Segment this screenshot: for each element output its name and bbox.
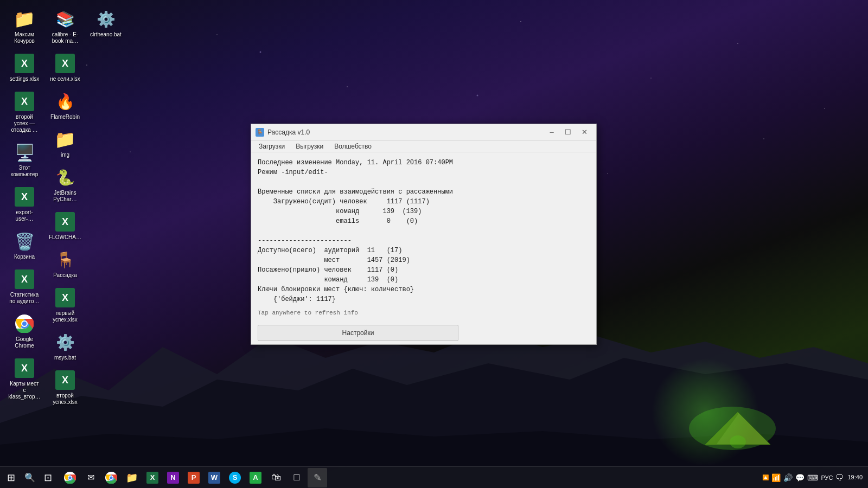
loaded-people: Загружено(сидит) человек 1117 (1117) <box>258 198 430 206</box>
desktop-icon-label: Карты мест с klass_втор… <box>8 381 41 400</box>
desktop-icon-computer[interactable]: 🖥️ Этот компьютер <box>5 139 43 181</box>
desktop-icon-vtoroy[interactable]: X второй успех — отсадка … <box>5 88 43 136</box>
flamerobin-icon: 🔥 <box>54 91 76 112</box>
desktop-icon-label: Статистика по аудито… <box>8 292 41 305</box>
desktop-icon-makism[interactable]: 📁 Максим Кочуров <box>5 5 43 47</box>
maximize-button[interactable]: ☐ <box>560 126 576 138</box>
desktop-icon-msys[interactable]: ⚙️ msys.bat <box>46 329 84 364</box>
loaded-teams: команд 139 (139) <box>258 208 422 215</box>
volume-icon[interactable]: 🔊 <box>783 473 793 482</box>
jetbrains-icon: 🐍 <box>54 166 76 188</box>
taskbar-word-icon[interactable]: W <box>205 468 224 487</box>
svg-marker-0 <box>0 331 868 466</box>
taskbar-chrome-icon[interactable] <box>60 468 80 487</box>
temp-lists-header: Временные списки для взаимодействия с ра… <box>258 188 453 196</box>
taskbar-green-icon[interactable]: A <box>246 468 265 487</box>
desktop-icon-settings-xlsx[interactable]: X settings.xlsx <box>5 50 43 85</box>
menu-zagruzki[interactable]: Загрузки <box>253 142 290 151</box>
taskbar-onenote-icon[interactable]: N <box>163 468 183 487</box>
desktop-icon-flamerobin[interactable]: 🔥 FlameRobin <box>46 88 84 123</box>
window-menubar: Загрузки Выгрузки Волшебство <box>251 140 596 152</box>
available-auditories: Доступно(всего) аудиторий 11 (17) <box>258 247 402 254</box>
desktop-icon-vtoroy2[interactable]: X второй успех.xlsx <box>46 367 84 408</box>
desktop-icon-calibre[interactable]: 📚 calibre - E-book ma… <box>46 5 84 47</box>
desktop-icon-export[interactable]: X export-user-… <box>5 183 43 225</box>
available-seats: мест 1457 (2019) <box>258 256 410 264</box>
taskbar-script-icon[interactable]: ✎ <box>308 468 327 487</box>
svg-point-3 <box>689 407 776 450</box>
svg-marker-2 <box>0 428 868 466</box>
time-display: 19:40 <box>847 473 863 481</box>
desktop-icon-jetbrains[interactable]: 🐍 JetBrains PyChar… <box>46 164 84 206</box>
desktop-icon-label: не сели.xlsx <box>50 76 80 82</box>
excel-icon: X <box>54 211 76 233</box>
taskbar-apps-icon[interactable]: □ <box>287 468 307 487</box>
desktop-icon-label: msys.bat <box>54 355 76 361</box>
desktop-icon-label: первый успех.xlsx <box>49 310 81 323</box>
tent-glow <box>651 358 760 466</box>
excel-icon: X <box>54 53 76 74</box>
desktop-icon-img[interactable]: 📁 img <box>46 126 84 161</box>
calibre-icon: 📚 <box>54 8 76 30</box>
close-button[interactable]: ✕ <box>577 126 592 138</box>
bat-icon: ⚙️ <box>54 331 76 353</box>
desktop-icon-label: Максим Кочуров <box>8 31 41 44</box>
taskbar-excel-icon[interactable]: X <box>143 468 162 487</box>
menu-vygruzki[interactable]: Выгрузки <box>290 142 329 151</box>
desktop-icon-label: Google Chrome <box>8 336 41 349</box>
taskbar-store-icon[interactable]: 🛍 <box>266 468 286 487</box>
wechat-icon[interactable]: 💬 <box>795 473 805 482</box>
excel-icon: X <box>54 287 76 309</box>
excel-icon: X <box>14 91 35 112</box>
minimize-button[interactable]: – <box>544 126 559 138</box>
search-button[interactable]: 🔍 <box>22 467 38 489</box>
excel-icon: X <box>14 357 35 379</box>
svg-marker-4 <box>705 412 770 445</box>
desktop-icon-chrome[interactable]: Google Chrome <box>5 310 43 352</box>
window-titlebar: 🪑 Рассадка v1.0 – ☐ ✕ <box>251 124 596 140</box>
taskbar-mail-icon[interactable]: ✉ <box>81 468 100 487</box>
language-indicator[interactable]: РУС <box>821 474 833 481</box>
bat-icon: ⚙️ <box>95 8 117 30</box>
rassadka-icon: 🪑 <box>54 249 76 271</box>
desktop-icon-flowcha[interactable]: X FLOWCHA… <box>46 208 84 243</box>
tray-expand[interactable]: 🔼 <box>762 474 769 480</box>
seated-people: Посажено(пришло) человек 1117 (0) <box>258 266 398 274</box>
desktop-icon-statistika[interactable]: X Статистика по аудито… <box>5 266 43 307</box>
taskbar: ⊞ 🔍 ⊡ ✉ <box>0 466 868 488</box>
start-button[interactable]: ⊞ <box>0 467 22 489</box>
desktop-icon-neseli[interactable]: X не сели.xlsx <box>46 50 84 85</box>
menu-volshebstvo[interactable]: Волшебство <box>329 142 377 151</box>
svg-point-6 <box>730 435 746 448</box>
tap-info: Tap anywhere to refresh info <box>258 310 590 316</box>
notification-icon[interactable]: 🗨 <box>835 473 843 482</box>
taskbar-skype-icon[interactable]: S <box>225 468 245 487</box>
desktop-icon-rassadka[interactable]: 🪑 Рассадка <box>46 246 84 281</box>
task-view-button[interactable]: ⊡ <box>38 468 58 487</box>
taskbar-powerpoint-icon[interactable]: P <box>184 468 203 487</box>
desktop-icon-label: Корзина <box>14 254 35 260</box>
desktop-icon-label: JetBrains PyChar… <box>49 190 81 203</box>
seated-teams: команд 139 (0) <box>258 276 398 284</box>
desktop-icon-karty[interactable]: X Карты мест с klass_втор… <box>5 355 43 403</box>
desktop-icon-label: второй успех — отсадка … <box>8 114 41 133</box>
window-content[interactable]: Последнее изменение Monday, 11. April 20… <box>251 152 596 322</box>
desktop-icon-label: clrtheano.bat <box>90 31 122 38</box>
excel-icon: X <box>14 268 35 290</box>
settings-btn-container: Настройки <box>251 322 596 344</box>
computer-icon: 🖥️ <box>14 142 35 163</box>
settings-button[interactable]: Настройки <box>258 325 458 341</box>
desktop-icon-clrtheano[interactable]: ⚙️ clrtheano.bat <box>87 5 125 41</box>
folder-icon: 📁 <box>54 129 76 150</box>
desktop-icon-perviy[interactable]: X первый успех.xlsx <box>46 284 84 326</box>
desktop: 📁 Максим Кочуров X settings.xlsx X второ… <box>0 0 868 488</box>
svg-point-14 <box>68 476 71 479</box>
taskbar-chrome2-icon[interactable] <box>101 468 121 487</box>
svg-marker-1 <box>0 358 868 466</box>
taskbar-files-icon[interactable]: 📁 <box>122 468 142 487</box>
block-keys-value: {'бейджи': 1117} <box>258 296 336 303</box>
desktop-icon-label: img <box>61 152 69 158</box>
desktop-icon-label: Этот компьютер <box>8 165 41 178</box>
keyboard-icon: ⌨ <box>807 473 818 482</box>
desktop-icon-trash[interactable]: 🗑️ Корзина <box>5 228 43 263</box>
